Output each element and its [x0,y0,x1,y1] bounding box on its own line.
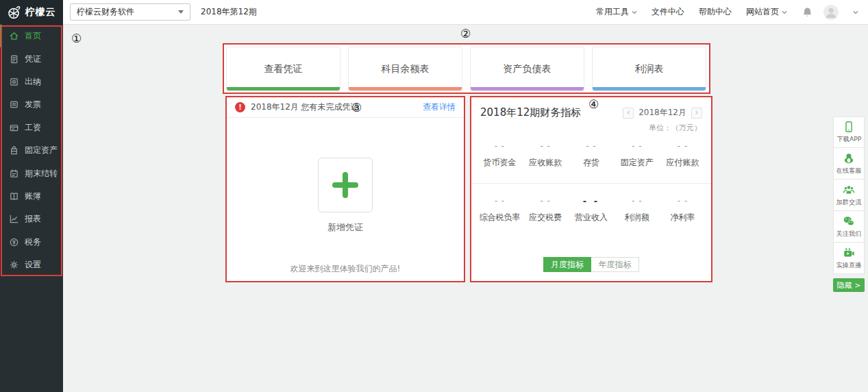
lemon-logo-icon [8,5,21,19]
sidebar-item-voucher[interactable]: 凭证 [0,47,63,70]
metric-label: 利润额 [614,212,660,223]
monthly-indicators-button[interactable]: 月度指标 [543,257,591,272]
metric-profit: - - 利润额 [614,196,660,223]
yearly-indicators-button[interactable]: 年度指标 [591,257,639,272]
sidebar-item-salary[interactable]: 工资 [0,117,63,139]
tab-view-vouchers[interactable]: 查看凭证 [226,47,340,91]
tab-account-balance-sheet[interactable]: 科目余额表 [348,47,462,91]
nav-common-tools-label: 常用工具 [596,6,629,18]
chevron-right-icon[interactable]: › [691,108,702,119]
month-selector: ‹ 2018年12月 › [623,107,702,119]
online-service-button[interactable]: 在线客服 [833,148,865,180]
sidebar-item-settings[interactable]: 设置 [0,254,63,276]
ledger-icon [9,191,19,201]
live-stream-button[interactable]: 实操直播 [833,243,865,274]
app-logo[interactable]: 柠檬云 [0,0,63,25]
top-header: 柠檬云 柠檬云财务软件 2018年第12期 常用工具 文件中心 帮助中心 网站首… [0,0,868,25]
tool-label: 在线客服 [836,166,862,175]
metric-value: - - [614,196,660,207]
view-details-link[interactable]: 查看详情 [423,101,456,113]
metric-net-margin: - - 净利率 [660,196,706,223]
sidebar-item-reports[interactable]: 报表 [0,208,63,230]
metric-label: 固定资产 [614,157,660,169]
metric-value: - - [569,196,615,207]
chevron-down-icon [178,10,184,14]
indicators-title: 2018年12期财务指标 [480,106,581,119]
welcome-text: 欢迎来到这里体验我们的产品! [227,263,464,275]
metric-payables: - - 应付账款 [660,141,706,169]
nav-file-center-label: 文件中心 [652,6,684,18]
metric-label: 净利率 [660,212,706,223]
salary-icon [9,123,19,133]
sidebar-item-label: 首页 [25,30,41,42]
tab-accent-bar [227,87,340,90]
metric-operating-income: - - 营业收入 [569,196,615,223]
tab-balance-sheet[interactable]: 资产负债表 [470,47,584,91]
sidebar-item-invoice[interactable]: 发票 [0,93,63,116]
sidebar-item-tax[interactable]: 税务 [0,231,63,254]
product-dropdown[interactable]: 柠檬云财务软件 [70,3,190,21]
tool-label: 关注我们 [836,229,862,238]
annotation-label-2: ② [460,27,471,40]
metric-value: - - [477,196,523,207]
voucher-panel: ! 2018年12月 您有未完成凭证 查看详情 新增凭证 欢迎来到这里体验我们的… [225,96,465,282]
nav-file-center[interactable]: 文件中心 [652,6,684,18]
sidebar-item-label: 固定资产 [25,145,58,156]
chevron-down-icon [782,10,787,15]
annotation-label-1: ① [71,32,82,45]
indicator-period-toggle: 月度指标 年度指标 [543,257,639,272]
sidebar-item-home[interactable]: 首页 [0,25,63,47]
tab-accent-bar [593,87,706,90]
user-avatar[interactable] [823,5,839,20]
sidebar-item-fixed-assets[interactable]: 固定资产 [0,139,63,162]
metric-value: - - [660,196,706,207]
sidebar-item-label: 报表 [25,213,41,225]
tool-label: 实操直播 [836,260,862,269]
sidebar-item-period-end[interactable]: 期末结转 [0,162,63,184]
cashier-icon [9,77,19,87]
tab-label: 利润表 [635,63,664,75]
metric-label: 应收账款 [523,157,569,169]
sidebar-item-label: 账簿 [25,191,41,202]
invoice-icon [9,99,19,110]
sidebar-item-ledger[interactable]: 账簿 [0,185,63,208]
tab-accent-bar [349,87,462,90]
logo-text: 柠檬云 [25,6,56,19]
tool-label: 下载APP [836,135,861,144]
metric-label: 货币资金 [477,157,523,169]
metric-label: 应交税费 [523,212,569,223]
nav-help-center[interactable]: 帮助中心 [699,6,732,18]
product-dropdown-value: 柠檬云财务软件 [77,6,134,18]
chevron-down-icon[interactable] [853,10,858,15]
report-icon [9,214,19,224]
sidebar-item-label: 出纳 [25,76,41,88]
add-voucher-button[interactable] [318,158,373,212]
tab-profit-statement[interactable]: 利润表 [592,47,706,91]
chevron-left-icon[interactable]: ‹ [623,108,634,119]
join-group-button[interactable]: 加群交流 [833,180,865,211]
tab-label: 科目余额表 [382,63,430,75]
notification-bell-icon[interactable] [802,6,813,19]
nav-help-center-label: 帮助中心 [699,6,732,18]
period-end-icon [9,169,19,179]
metric-label: 综合税负率 [477,212,523,223]
phone-icon [843,121,855,133]
live-video-icon [843,247,855,259]
sidebar-item-cashier[interactable]: 出纳 [0,71,63,93]
nav-common-tools[interactable]: 常用工具 [596,6,637,18]
tax-icon [9,237,19,247]
download-app-button[interactable]: 下载APP [833,117,865,148]
alert-icon: ! [235,102,245,112]
tab-label: 查看凭证 [264,63,303,75]
follow-us-button[interactable]: 关注我们 [833,211,865,243]
sidebar-item-label: 凭证 [25,53,41,65]
indicator-row-1: - - 货币资金 - - 应收账款 - - 存货 - - 固定资产 - - 应付… [471,141,711,169]
divider [471,183,711,184]
nav-website-home[interactable]: 网站首页 [746,6,787,18]
hide-toolbar-button[interactable]: 隐藏 > [833,278,865,292]
voucher-alert-text: 2018年12月 您有未完成凭证 [251,101,359,113]
sidebar-item-label: 发票 [25,99,41,110]
metric-value: - - [614,141,660,152]
sidebar-item-label: 期末结转 [25,168,58,180]
group-icon [843,184,855,196]
